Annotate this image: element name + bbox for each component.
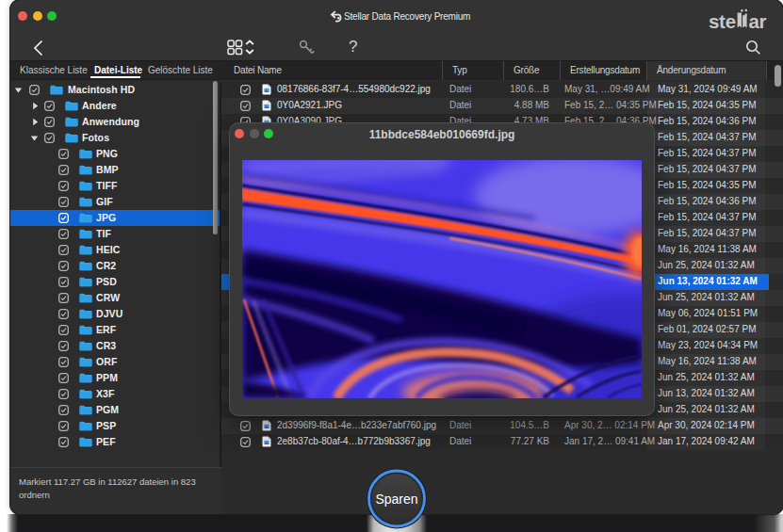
svg-text:ste: ste xyxy=(709,10,736,32)
svg-text:ar: ar xyxy=(749,10,767,32)
svg-text:Sparen: Sparen xyxy=(375,492,417,507)
